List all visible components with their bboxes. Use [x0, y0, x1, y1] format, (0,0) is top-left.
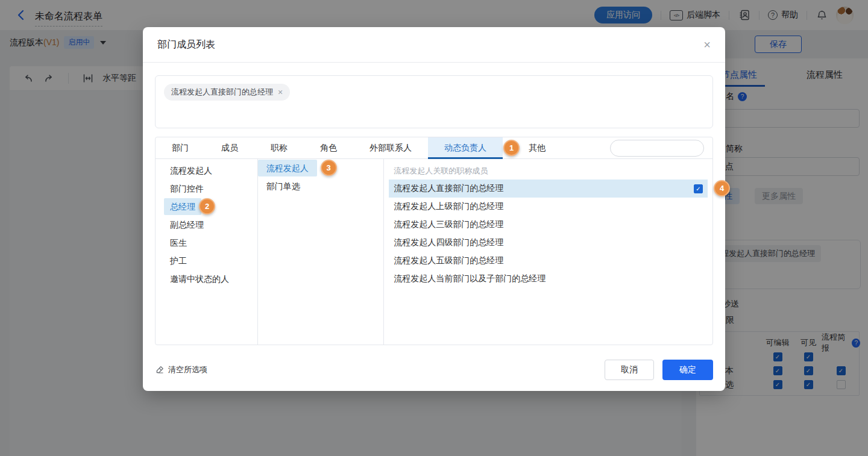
picker-tabs: 部门 成员 职称 角色: [156, 137, 712, 159]
picker-tab[interactable]: 角色: [304, 137, 353, 158]
member-option-row[interactable]: 流程发起人当前部门以及子部门的总经理: [389, 270, 708, 288]
member-option-row[interactable]: 流程发起人三级部门的总经理: [389, 216, 708, 234]
member-option-row[interactable]: 流程发起人上级部门的总经理: [389, 198, 708, 216]
modal-header: 部门成员列表 ×: [143, 27, 725, 63]
options-group-header: 流程发起人关联的职称成员: [384, 163, 712, 180]
modal-footer: 清空所选项 取消 确定: [155, 360, 713, 380]
member-options-column: 流程发起人关联的职称成员 流程发起人直接部门的总经理 4 流程发起人上级部门的总…: [384, 159, 712, 345]
member-picker: 部门 成员 职称 角色: [155, 137, 713, 345]
search-box[interactable]: [610, 140, 704, 157]
source-field-column: 流程发起人 3 部门单选: [258, 159, 385, 345]
list-item[interactable]: 医生: [156, 234, 257, 252]
dynamic-owner-types-column: 流程发起人 部门控件 总经理 2 副总经理: [156, 159, 258, 345]
list-item[interactable]: 副总经理: [156, 216, 257, 234]
clear-selection-button[interactable]: 清空所选项: [155, 364, 207, 375]
close-icon[interactable]: ×: [703, 39, 711, 51]
member-option-row[interactable]: 流程发起人四级部门的总经理: [389, 234, 708, 252]
picker-tab[interactable]: 其他: [512, 137, 562, 158]
list-item[interactable]: 总经理 2: [156, 198, 257, 216]
selected-members-box[interactable]: 流程发起人直接部门的总经理 ×: [155, 75, 713, 128]
picker-columns: 流程发起人 部门控件 总经理 2 副总经理: [156, 159, 712, 345]
list-item[interactable]: 流程发起人: [156, 161, 257, 180]
member-checkbox[interactable]: [694, 184, 703, 193]
member-picker-modal: 部门成员列表 × 流程发起人直接部门的总经理 × 部门 成员: [143, 27, 725, 391]
search-input[interactable]: [617, 144, 723, 153]
list-item[interactable]: 部门单选: [258, 177, 384, 195]
step-badge: 4: [714, 180, 730, 196]
list-item[interactable]: 流程发起人 3: [258, 159, 384, 177]
picker-tab[interactable]: 外部联系人: [353, 137, 428, 158]
selected-member-tag: 流程发起人直接部门的总经理 ×: [164, 84, 290, 101]
picker-tab[interactable]: 职称: [254, 137, 304, 158]
remove-tag-icon[interactable]: ×: [278, 87, 283, 97]
step-badge: 2: [199, 198, 215, 214]
list-item[interactable]: 护工: [156, 252, 257, 270]
step-badge: 1: [503, 140, 520, 156]
confirm-button[interactable]: 确定: [662, 360, 713, 380]
cancel-button[interactable]: 取消: [605, 360, 654, 380]
list-item[interactable]: 部门控件: [156, 180, 257, 198]
step-badge: 3: [321, 160, 337, 176]
member-option-row[interactable]: 流程发起人直接部门的总经理 4: [389, 180, 708, 198]
picker-tab[interactable]: 部门: [156, 137, 205, 158]
eraser-icon: [155, 365, 165, 375]
list-item[interactable]: 邀请中状态的人: [156, 270, 257, 288]
modal-title: 部门成员列表: [157, 39, 215, 51]
picker-tab[interactable]: 成员: [205, 137, 254, 158]
member-option-row[interactable]: 流程发起人五级部门的总经理: [389, 252, 708, 270]
picker-tab[interactable]: 动态负责人 1: [428, 137, 503, 158]
